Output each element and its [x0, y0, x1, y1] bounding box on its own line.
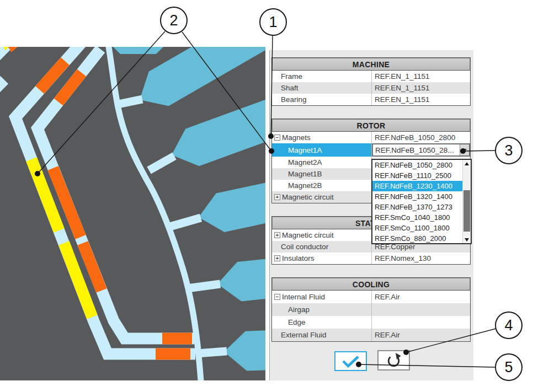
row-label: Edge — [288, 318, 306, 326]
collapse-toggle-icon[interactable]: − — [274, 294, 280, 300]
row-label: External Fluid — [281, 331, 327, 339]
row-label: Insulators — [282, 254, 315, 262]
row-label-cell: −Magnets — [272, 132, 372, 143]
machine-cross-section — [0, 47, 265, 380]
material-combobox[interactable]: REF.NdFeB_1050_28... — [372, 143, 470, 157]
row-label: Bearing — [281, 95, 307, 104]
section-header: COOLING — [272, 278, 470, 291]
row-label: Internal Fluid — [282, 293, 325, 301]
section-header: ROTOR — [272, 119, 470, 132]
row-label-cell: Magnet1B — [272, 168, 372, 180]
scrollbar-up-button[interactable] — [463, 160, 471, 167]
dropdown-item[interactable]: REF.SmCo_1100_1800 — [372, 223, 462, 233]
table-row-frame[interactable]: FrameREF.EN_1_1151 — [272, 71, 470, 82]
dropdown-item[interactable]: REF.NdFeB_1110_2500 — [372, 170, 462, 181]
combobox-dropdown-button[interactable] — [460, 144, 469, 155]
row-label-cell: Edge — [272, 316, 372, 329]
slot-opening — [188, 284, 220, 288]
collapse-toggle-icon[interactable]: − — [274, 135, 280, 141]
expand-toggle-icon[interactable]: + — [274, 232, 280, 238]
dropdown-item[interactable]: REF.SmCo_880_2000 — [372, 233, 462, 243]
confirm-button[interactable] — [334, 351, 367, 371]
callout-circle-2: 2 — [160, 7, 188, 34]
dropdown-item[interactable]: REF.NdFeB_1050_2800 — [372, 160, 462, 170]
slot-opening — [198, 351, 227, 353]
row-label: Shaft — [281, 84, 299, 92]
callout-circle-5: 5 — [495, 353, 523, 381]
table-row-airgap[interactable]: Airgap — [272, 303, 470, 316]
row-label-cell: Magnet2B — [272, 180, 372, 191]
row-label-cell: +Magnetic circuit — [272, 229, 372, 241]
section-table-cooling: COOLING−Internal FluidREF.AirAirgapEdgeE… — [271, 277, 471, 342]
reset-icon — [379, 351, 409, 369]
row-label: Magnet2A — [288, 158, 322, 167]
row-label-cell: Magnet1A — [272, 143, 372, 157]
triangle-up-icon — [465, 162, 469, 165]
row-label: Magnet1B — [288, 170, 322, 178]
row-label: Magnetic circuit — [282, 231, 334, 239]
dropdown-item[interactable]: REF.SmCo_1040_1800 — [372, 212, 462, 223]
table-row-external-fluid[interactable]: External FluidREF.Air — [272, 329, 470, 341]
expand-toggle-icon[interactable]: + — [274, 255, 280, 261]
expand-toggle-icon[interactable]: + — [274, 194, 280, 200]
row-value-cell[interactable]: REF.Air — [372, 329, 470, 341]
row-value-cell[interactable]: REF.NdFeB_1050_2800 — [372, 132, 470, 143]
reset-button[interactable] — [377, 350, 410, 370]
row-label-cell: Shaft — [272, 82, 372, 94]
row-label-cell: −Internal Fluid — [272, 291, 372, 303]
row-value: REF.NdFeB_1050_2800 — [375, 133, 455, 142]
row-label-cell: Airgap — [272, 303, 372, 316]
row-label-cell: External Fluid — [272, 329, 372, 341]
row-label: Magnet2B — [288, 181, 322, 190]
row-value-cell[interactable]: REF.EN_1_1151 — [372, 71, 470, 82]
callout-circle-1: 1 — [259, 8, 287, 36]
row-label-cell: Magnet2A — [272, 157, 372, 168]
row-value: REF.EN_1_1151 — [375, 84, 430, 92]
row-value-cell[interactable] — [372, 303, 470, 316]
row-value-cell[interactable]: REF.EN_1_1151 — [372, 82, 470, 94]
row-label: Magnet1A — [288, 146, 322, 154]
table-row-edge[interactable]: Edge — [272, 316, 470, 329]
row-label: Airgap — [288, 305, 310, 314]
row-value: REF.EN_1_1151 — [375, 72, 430, 80]
section-header: MACHINE — [272, 58, 470, 71]
table-row-magnets[interactable]: −MagnetsREF.NdFeB_1050_2800 — [272, 132, 470, 143]
dropdown-items: REF.NdFeB_1050_2800REF.NdFeB_1110_2500RE… — [372, 160, 462, 243]
callout-circle-3: 3 — [495, 137, 523, 164]
table-row-shaft[interactable]: ShaftREF.EN_1_1151 — [272, 82, 470, 94]
dropdown-item[interactable]: REF.NdFeB_1370_1273 — [372, 202, 462, 212]
dropdown-item[interactable]: REF.NdFeB_1320_1400 — [372, 191, 462, 202]
row-label: Magnetic circuit — [282, 193, 334, 201]
row-label: Magnets — [282, 133, 311, 142]
stator-slot-coil[interactable] — [112, 47, 164, 54]
dropdown-item[interactable]: REF.NdFeB_1230_1400 — [372, 181, 462, 191]
material-dropdown-list: REF.NdFeB_1050_2800REF.NdFeB_1110_2500RE… — [371, 159, 472, 244]
scrollbar-down-button[interactable] — [463, 236, 471, 243]
row-value: REF.Air — [375, 331, 400, 339]
row-value-cell[interactable]: REF.EN_1_1151 — [372, 94, 470, 105]
table-row-magnet1a[interactable]: Magnet1AREF.NdFeB_1050_28... — [272, 143, 470, 157]
row-value: REF.Air — [375, 293, 400, 301]
row-label-cell: Frame — [272, 71, 372, 82]
callout-circle-4: 4 — [495, 312, 523, 339]
row-label: Frame — [281, 72, 302, 80]
table-row-insulators[interactable]: +InsulatorsREF.Nomex_130 — [272, 253, 470, 264]
check-icon — [335, 352, 366, 370]
row-label-cell: +Magnetic circuit — [272, 191, 372, 203]
row-value-cell[interactable]: REF.Air — [372, 291, 470, 303]
table-row-internal-fluid[interactable]: −Internal FluidREF.Air — [272, 291, 470, 303]
row-label-cell: +Insulators — [272, 253, 372, 264]
table-row-bearing[interactable]: BearingREF.EN_1_1151 — [272, 94, 470, 105]
row-value-cell[interactable]: REF.NdFeB_1050_28... — [372, 143, 470, 157]
row-value-cell[interactable] — [372, 316, 470, 329]
scrollbar-thumb[interactable] — [463, 190, 470, 232]
row-value: REF.Nomex_130 — [375, 254, 431, 262]
slot-opening — [118, 99, 142, 104]
flux-motor-materials-screen: MACHINEFrameREF.EN_1_1151ShaftREF.EN_1_1… — [0, 0, 533, 392]
row-label: Coil conductor — [281, 243, 328, 251]
row-label-cell: Coil conductor — [272, 241, 372, 253]
row-label-cell: Bearing — [272, 94, 372, 105]
section-table-machine: MACHINEFrameREF.EN_1_1151ShaftREF.EN_1_1… — [271, 57, 471, 106]
dropdown-scrollbar[interactable] — [462, 160, 471, 243]
row-value-cell[interactable]: REF.Nomex_130 — [372, 253, 470, 264]
